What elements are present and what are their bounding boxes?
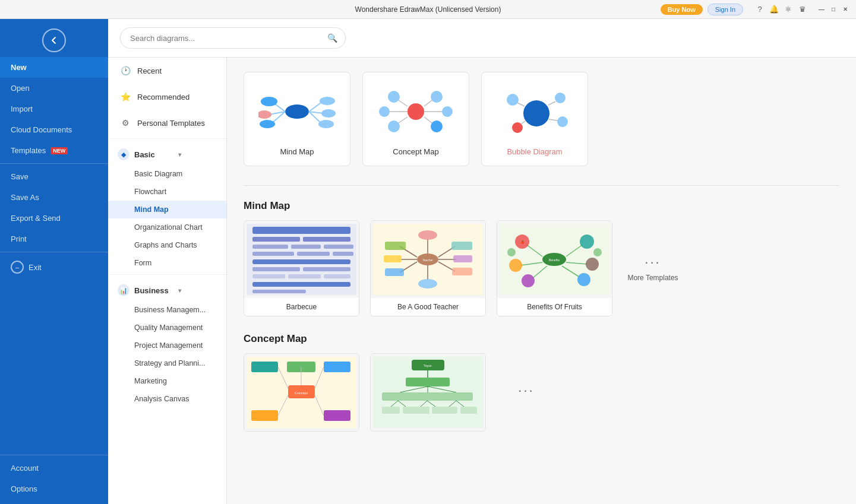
svg-rect-48 bbox=[252, 274, 285, 278]
flowchart-label: Flowchart bbox=[134, 188, 166, 196]
svg-text:Concept: Concept bbox=[295, 391, 308, 395]
business-chevron-icon: ▾ bbox=[178, 287, 217, 294]
sub-item-mind-map[interactable]: Mind Map bbox=[108, 201, 226, 218]
template-card-barbecue[interactable]: Barbecue bbox=[244, 220, 359, 316]
featured-card-bubble-diagram[interactable]: Bubble Diagram bbox=[481, 72, 588, 166]
sidebar-item-templates[interactable]: Templates NEW bbox=[0, 140, 108, 161]
svg-line-7 bbox=[309, 102, 323, 112]
svg-point-71 bbox=[418, 279, 437, 289]
svg-point-10 bbox=[321, 109, 336, 118]
maximize-button[interactable]: □ bbox=[829, 5, 838, 14]
middle-item-recommended[interactable]: ⭐ Recommended bbox=[108, 84, 226, 110]
template-card-concept-2[interactable]: Topic bbox=[370, 353, 486, 432]
sub-item-marketing[interactable]: Marketing bbox=[108, 372, 226, 390]
concept-2-preview: Topic bbox=[371, 354, 485, 431]
svg-rect-59 bbox=[384, 255, 402, 262]
sub-item-graphs-charts[interactable]: Graphs and Charts bbox=[108, 236, 226, 254]
sub-item-strategy[interactable]: Strategy and Planni... bbox=[108, 354, 226, 372]
sub-item-quality-mgmt[interactable]: Quality Management bbox=[108, 319, 226, 337]
svg-rect-36 bbox=[252, 227, 350, 234]
recent-label: Recent bbox=[137, 66, 162, 75]
svg-rect-51 bbox=[252, 282, 350, 287]
basic-section-header[interactable]: ◆ Basic ▾ bbox=[108, 141, 226, 165]
more-dots-icon: ··· bbox=[645, 255, 661, 270]
sidebar-item-save-as[interactable]: Save As bbox=[0, 187, 108, 208]
business-mgmt-label: Business Managem... bbox=[134, 306, 206, 314]
svg-point-6 bbox=[260, 120, 275, 128]
svg-rect-41 bbox=[324, 245, 353, 249]
notification-icon[interactable]: 🔔 bbox=[769, 5, 779, 14]
template-card-fruits[interactable]: Benefits 🍎 bbox=[497, 220, 612, 316]
app-title: Wondershare EdrawMax (Unlicensed Version… bbox=[355, 5, 501, 14]
svg-rect-65 bbox=[453, 255, 472, 262]
svg-rect-52 bbox=[252, 290, 306, 293]
svg-rect-38 bbox=[303, 237, 350, 242]
sidebar-item-export[interactable]: Export & Send bbox=[0, 208, 108, 229]
personal-label: Personal Templates bbox=[137, 119, 205, 128]
sub-item-basic-diagram[interactable]: Basic Diagram bbox=[108, 165, 226, 183]
sidebar-item-open[interactable]: Open bbox=[0, 78, 108, 99]
help-icon[interactable]: ? bbox=[755, 5, 765, 14]
minimize-button[interactable]: — bbox=[817, 5, 826, 14]
recommended-icon: ⭐ bbox=[119, 91, 131, 103]
sidebar-item-print[interactable]: Print bbox=[0, 229, 108, 249]
search-input[interactable] bbox=[120, 27, 346, 49]
sub-item-analysis-canvas[interactable]: Analysis Canvas bbox=[108, 390, 226, 408]
community-icon[interactable]: ⚛ bbox=[784, 5, 793, 14]
options-label: Options bbox=[11, 484, 37, 493]
sub-item-org-chart[interactable]: Organizational Chart bbox=[108, 218, 226, 236]
more-templates-label: More Templates bbox=[627, 274, 678, 282]
sub-item-flowchart[interactable]: Flowchart bbox=[108, 183, 226, 201]
teacher-label: Be A Good Teacher bbox=[371, 298, 485, 316]
svg-point-88 bbox=[507, 248, 516, 256]
more-templates-concept-map[interactable]: ··· bbox=[497, 353, 556, 432]
middle-divider-2 bbox=[108, 274, 226, 275]
save-label: Save bbox=[11, 172, 29, 181]
sub-item-form[interactable]: Form bbox=[108, 254, 226, 272]
org-chart-label: Organizational Chart bbox=[134, 223, 203, 232]
svg-rect-49 bbox=[288, 274, 321, 278]
sub-item-business-mgmt[interactable]: Business Managem... bbox=[108, 301, 226, 319]
sidebar-item-import[interactable]: Import bbox=[0, 99, 108, 119]
svg-point-15 bbox=[431, 91, 443, 103]
middle-item-recent[interactable]: 🕐 Recent bbox=[108, 58, 226, 84]
template-card-teacher[interactable]: Teacher bbox=[370, 220, 486, 316]
svg-rect-120 bbox=[412, 407, 429, 414]
svg-point-16 bbox=[388, 121, 400, 132]
sidebar-item-account[interactable]: Account bbox=[0, 458, 108, 478]
middle-item-personal[interactable]: ⚙ Personal Templates bbox=[108, 110, 226, 136]
svg-text:🍎: 🍎 bbox=[520, 240, 525, 245]
sidebar-bottom: Account Options bbox=[0, 452, 108, 504]
featured-card-concept-map[interactable]: Concept Map bbox=[362, 72, 469, 166]
svg-text:Benefits: Benefits bbox=[549, 258, 560, 262]
svg-point-18 bbox=[379, 106, 390, 117]
sidebar-item-new[interactable]: New bbox=[0, 57, 108, 78]
close-button[interactable]: ✕ bbox=[841, 5, 850, 14]
barbecue-preview bbox=[244, 221, 359, 298]
basic-diagram-label: Basic Diagram bbox=[134, 170, 182, 178]
concept-map-preview bbox=[374, 82, 457, 141]
sidebar-item-cloud[interactable]: Cloud Documents bbox=[0, 119, 108, 140]
search-wrapper: 🔍 bbox=[120, 27, 346, 49]
concept-1-preview: Concept bbox=[244, 354, 359, 431]
sidebar-item-options[interactable]: Options bbox=[0, 478, 108, 499]
strategy-label: Strategy and Planni... bbox=[134, 359, 206, 367]
sign-in-button[interactable]: Sign In bbox=[707, 4, 743, 15]
sidebar-item-save[interactable]: Save bbox=[0, 166, 108, 187]
svg-point-83 bbox=[580, 234, 594, 249]
sub-item-project-mgmt[interactable]: Project Management bbox=[108, 337, 226, 354]
svg-point-28 bbox=[555, 93, 566, 103]
svg-rect-47 bbox=[303, 267, 350, 271]
svg-point-13 bbox=[408, 103, 424, 120]
back-button[interactable] bbox=[42, 28, 66, 52]
mind-map-section-title: Mind Map bbox=[244, 200, 839, 212]
template-card-concept-1[interactable]: Concept bbox=[244, 353, 359, 432]
crown-icon[interactable]: ♛ bbox=[798, 5, 807, 14]
svg-rect-50 bbox=[324, 274, 350, 278]
sidebar-item-exit[interactable]: – Exit bbox=[0, 255, 108, 280]
buy-now-button[interactable]: Buy Now bbox=[661, 4, 703, 15]
more-templates-mind-map[interactable]: ··· More Templates bbox=[623, 220, 683, 316]
form-label: Form bbox=[134, 259, 151, 267]
featured-card-mind-map[interactable]: Mind Map bbox=[244, 72, 350, 166]
business-section-header[interactable]: 📊 Business ▾ bbox=[108, 277, 226, 301]
